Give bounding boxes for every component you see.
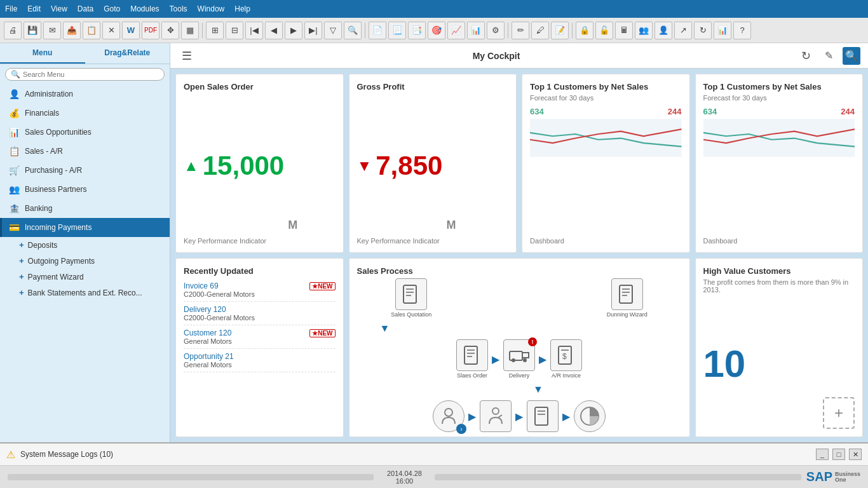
high-value-card: High Value Customers The profit comes fr… [695, 258, 864, 437]
gross-profit-number: 7,850 [376, 151, 442, 181]
sidebar-item-financials[interactable]: 💰 Financials [0, 104, 170, 123]
tb-print[interactable]: 🖨 [4, 22, 22, 39]
top-c2-subtitle: Forecast for 30 days [703, 94, 855, 102]
search-header-icon: 🔍 [845, 50, 858, 62]
dunning-wizard-label: Dunning Wizard [607, 311, 648, 318]
edit-btn[interactable]: ✎ [820, 47, 837, 65]
expand-bank-icon: + [19, 288, 24, 297]
sidebar-item-banking[interactable]: 🏦 Banking [0, 199, 170, 218]
financials-icon: 💰 [8, 108, 20, 118]
tb-calc[interactable]: 🖩 [615, 22, 633, 39]
down-arrow-1: ▼ [380, 323, 390, 334]
sales-order-node[interactable] [456, 339, 488, 371]
tb-copy[interactable]: 📋 [83, 22, 100, 39]
add-widget-btn[interactable]: + [823, 397, 855, 429]
sidebar-sub-bank-statements[interactable]: + Bank Statements and Ext. Reco... [0, 285, 170, 301]
sidebar-item-administration[interactable]: 👤 Administration [0, 85, 170, 104]
tb-target[interactable]: 🎯 [428, 22, 445, 39]
tb-next[interactable]: ▶ [285, 22, 302, 39]
menu-modules[interactable]: Modules [130, 4, 159, 13]
tb-doc1[interactable]: 📄 [369, 22, 386, 39]
tb-users[interactable]: 👥 [635, 22, 653, 39]
top-c1-title: Top 1 Customers by Net Sales [530, 82, 682, 92]
menu-help[interactable]: Help [234, 4, 250, 13]
tb-edit3[interactable]: 🖊 [531, 22, 549, 39]
status-bar: 2014.04.28 16:00 SAP Business One [0, 465, 868, 488]
tb-word[interactable]: W [122, 22, 140, 39]
tb-unlock[interactable]: 🔓 [595, 22, 613, 39]
tb-mail[interactable]: ✉ [43, 22, 61, 39]
refresh-btn[interactable]: ↻ [797, 47, 815, 65]
tb-lock[interactable]: 🔒 [576, 22, 593, 39]
sidebar-sub-deposits[interactable]: + Deposits [0, 237, 170, 253]
tb-doc2[interactable]: 📃 [388, 22, 406, 39]
search-btn[interactable]: 🔍 [843, 47, 860, 65]
tb-prev[interactable]: ◀ [265, 22, 283, 39]
tb-move[interactable]: ✥ [161, 22, 179, 39]
menu-data[interactable]: Data [78, 4, 93, 13]
invoice-69-link[interactable]: Invoice 69 [184, 281, 219, 290]
tb-refresh2[interactable]: ↻ [694, 22, 712, 39]
sidebar-item-incoming-payments[interactable]: 💳 Incoming Payments [0, 218, 170, 237]
menu-view[interactable]: View [51, 4, 67, 13]
up-arrow-icon: ▲ [184, 157, 199, 175]
menu-tools[interactable]: Tools [170, 4, 187, 13]
tb-help[interactable]: ? [733, 22, 751, 39]
tb-chart[interactable]: 📈 [447, 22, 465, 39]
tb-user2[interactable]: 👤 [654, 22, 672, 39]
expand-wizard-icon: + [19, 272, 24, 281]
sidebar-sub-outgoing-payments[interactable]: + Outgoing Payments [0, 253, 170, 269]
person-node[interactable] [480, 400, 512, 432]
close-msg-btn[interactable]: ✕ [849, 449, 862, 460]
search-input[interactable] [23, 71, 159, 78]
purchasing-icon: 🛒 [8, 165, 20, 175]
tb-edit2[interactable]: ✏ [512, 22, 529, 39]
ar-invoice-node[interactable]: $ [550, 339, 582, 371]
customer-node[interactable]: › [433, 400, 465, 432]
tb-close[interactable]: ✕ [102, 22, 120, 39]
menu-goto[interactable]: Goto [104, 4, 120, 13]
sidebar-tab-menu[interactable]: Menu [0, 43, 85, 64]
maximize-btn[interactable]: □ [832, 449, 845, 460]
sidebar-item-sales-ar[interactable]: 📋 Sales - A/R [0, 142, 170, 161]
tb-grid[interactable]: ▦ [181, 22, 199, 39]
sidebar-item-purchasing-ar[interactable]: 🛒 Purchasing - A/R [0, 161, 170, 180]
sidebar-tab-dragrelate[interactable]: Drag&Relate [85, 43, 170, 64]
tb-layout2[interactable]: ⊟ [226, 22, 243, 39]
progress-bar [8, 474, 374, 480]
tb-edit4[interactable]: 📝 [551, 22, 569, 39]
tb-save[interactable]: 💾 [24, 22, 41, 39]
customer-120-link[interactable]: Customer 120 [184, 329, 231, 337]
doc-node[interactable] [527, 400, 559, 432]
tb-last[interactable]: ▶| [304, 22, 322, 39]
dunning-wizard-node[interactable] [611, 278, 643, 310]
delivery-120-link[interactable]: Delivery 120 [184, 305, 226, 314]
tb-bar[interactable]: 📊 [714, 22, 731, 39]
arrow-2: ▶ [539, 353, 546, 365]
tb-arrow[interactable]: ↗ [674, 22, 692, 39]
tb-table[interactable]: 📊 [467, 22, 485, 39]
menu-window[interactable]: Window [198, 4, 225, 13]
progress-bar-2 [435, 474, 801, 480]
high-value-row: 10 + [703, 299, 855, 429]
tb-filter[interactable]: ▽ [324, 22, 342, 39]
sidebar-item-business-partners[interactable]: 👥 Business Partners [0, 180, 170, 199]
sidebar-sub-payment-wizard[interactable]: + Payment Wizard [0, 269, 170, 285]
tb-layout1[interactable]: ⊞ [206, 22, 224, 39]
menu-file[interactable]: File [5, 4, 17, 13]
delivery-node[interactable]: ! [503, 339, 535, 371]
sales-quotation-node[interactable] [395, 278, 427, 310]
tb-export[interactable]: 📤 [63, 22, 81, 39]
sidebar-item-sales-opportunities[interactable]: 📊 Sales Opportunities [0, 123, 170, 142]
tb-doc3[interactable]: 📑 [408, 22, 426, 39]
menu-edit[interactable]: Edit [27, 4, 41, 13]
hamburger-menu-btn[interactable]: ☰ [178, 47, 196, 65]
tb-search2[interactable]: 🔍 [344, 22, 362, 39]
tb-pdf[interactable]: PDF [142, 22, 159, 39]
opportunity-21-link[interactable]: Opportunity 21 [184, 352, 234, 361]
open-sales-label: Key Performance Indicator [184, 237, 336, 245]
tb-settings[interactable]: ⚙ [487, 22, 505, 39]
pie-node[interactable] [574, 400, 606, 432]
minimize-btn[interactable]: _ [816, 449, 829, 460]
tb-first[interactable]: |◀ [245, 22, 263, 39]
